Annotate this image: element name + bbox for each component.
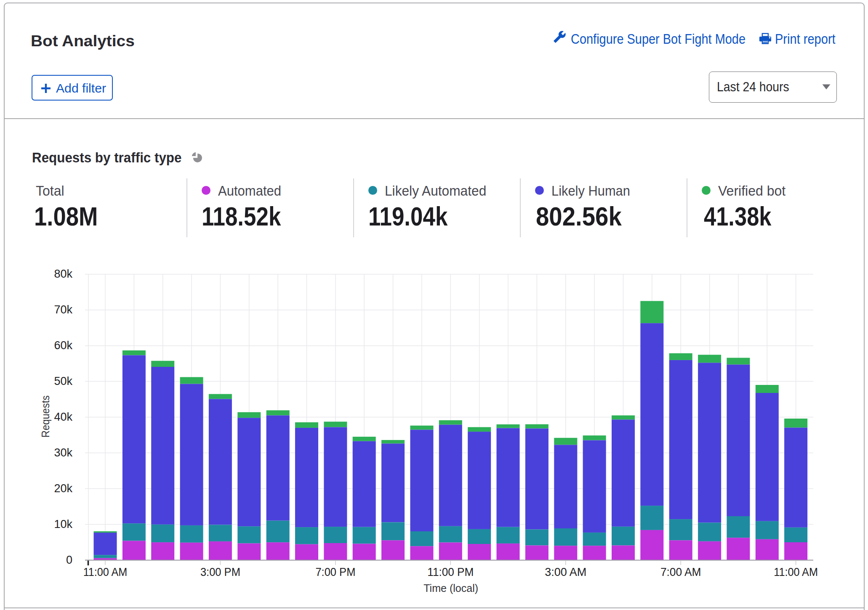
svg-text:11:00 PM: 11:00 PM	[427, 566, 474, 578]
svg-text:Requests: Requests	[40, 395, 51, 438]
svg-text:50k: 50k	[54, 375, 72, 387]
svg-text:60k: 60k	[54, 339, 72, 352]
svg-text:70k: 70k	[54, 303, 72, 316]
svg-text:11:00 AM: 11:00 AM	[83, 566, 128, 578]
svg-text:7:00 PM: 7:00 PM	[315, 566, 355, 578]
svg-text:3:00 AM: 3:00 AM	[545, 566, 586, 578]
svg-text:80k: 80k	[54, 268, 72, 280]
svg-text:11:00 AM: 11:00 AM	[774, 566, 818, 578]
svg-text:Time (local): Time (local)	[423, 582, 478, 594]
svg-text:30k: 30k	[54, 446, 72, 459]
svg-text:3:00 PM: 3:00 PM	[200, 566, 240, 578]
svg-text:0: 0	[66, 554, 72, 566]
svg-text:20k: 20k	[54, 482, 72, 495]
svg-text:7:00 AM: 7:00 AM	[660, 566, 701, 578]
svg-text:10k: 10k	[54, 518, 72, 530]
svg-text:40k: 40k	[54, 411, 72, 423]
